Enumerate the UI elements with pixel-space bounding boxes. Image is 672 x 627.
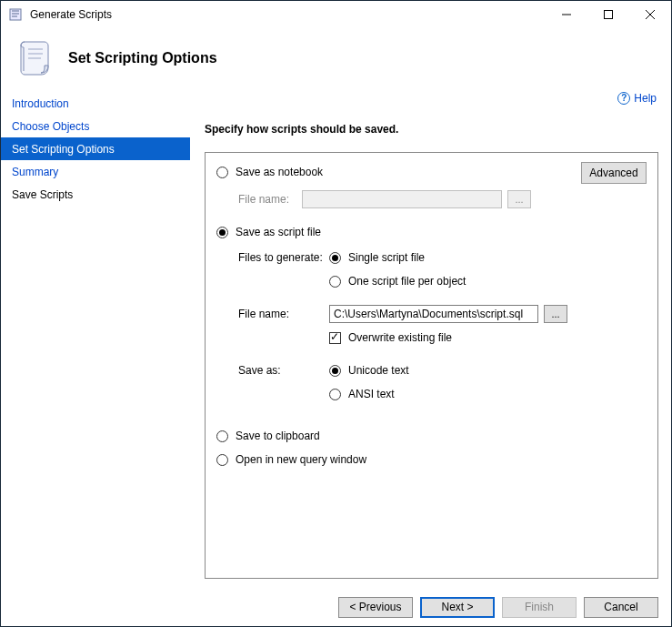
label-save-to-clipboard: Save to clipboard: [236, 430, 320, 442]
script-icon: [17, 38, 57, 78]
sidebar-item-introduction[interactable]: Introduction: [1, 92, 190, 115]
sidebar-item-save-scripts: Save Scripts: [1, 183, 190, 206]
titlebar: Generate Scripts: [1, 1, 671, 28]
radio-open-new-query[interactable]: [216, 454, 228, 466]
filename-browse-button[interactable]: ...: [544, 305, 567, 323]
radio-single-script-file[interactable]: [329, 252, 341, 264]
notebook-filename-input: [302, 190, 502, 208]
label-save-as-notebook: Save as notebook: [236, 166, 323, 178]
sidebar-item-choose-objects[interactable]: Choose Objects: [1, 115, 190, 137]
notebook-filename-label: File name:: [238, 193, 302, 206]
minimize-button[interactable]: [546, 1, 587, 28]
help-label: Help: [634, 92, 657, 105]
close-button[interactable]: [629, 1, 671, 28]
finish-button: Finish: [502, 597, 577, 618]
radio-one-per-object[interactable]: [329, 276, 341, 288]
label-unicode-text: Unicode text: [348, 364, 409, 377]
label-one-per-object: One script file per object: [348, 275, 466, 288]
filename-input[interactable]: C:\Users\Martyna\Documents\script.sql: [329, 305, 538, 323]
label-single-script-file: Single script file: [348, 251, 425, 264]
cancel-button[interactable]: Cancel: [584, 597, 658, 618]
window-controls: [546, 1, 671, 28]
radio-save-as-notebook[interactable]: [216, 167, 228, 178]
label-open-new-query: Open in new query window: [236, 453, 366, 466]
sidebar-item-label: Choose Objects: [12, 120, 89, 133]
sidebar-item-label: Summary: [12, 166, 58, 178]
radio-save-as-script-file[interactable]: [216, 227, 228, 238]
label-save-as-script-file: Save as script file: [236, 226, 321, 238]
next-button[interactable]: Next >: [420, 597, 495, 618]
sidebar-item-set-scripting-options[interactable]: Set Scripting Options: [1, 137, 190, 160]
sidebar-item-label: Save Scripts: [12, 188, 73, 201]
checkbox-overwrite[interactable]: [329, 332, 341, 344]
options-panel: Advanced Save as notebook File name: ...: [205, 152, 658, 579]
radio-ansi-text[interactable]: [329, 389, 341, 400]
footer: < Previous Next > Finish Cancel: [1, 588, 671, 626]
window-title: Generate Scripts: [30, 8, 112, 21]
content: ? Help Specify how scripts should be sav…: [190, 88, 671, 588]
help-icon: ?: [617, 92, 630, 105]
svg-rect-2: [605, 11, 613, 19]
filename-label: File name:: [238, 308, 329, 320]
label-ansi-text: ANSI text: [348, 388, 395, 400]
instruction-text: Specify how scripts should be saved.: [205, 123, 658, 136]
page-title: Set Scripting Options: [68, 50, 217, 66]
advanced-button[interactable]: Advanced: [581, 162, 647, 184]
wizard-window: Generate Scripts: [1, 1, 671, 626]
label-overwrite: Overwrite existing file: [348, 331, 452, 344]
notebook-browse-button: ...: [507, 190, 531, 208]
header: Set Scripting Options: [1, 28, 671, 88]
sidebar-item-summary[interactable]: Summary: [1, 160, 190, 183]
previous-button[interactable]: < Previous: [338, 597, 413, 618]
files-to-generate-label: Files to generate:: [238, 251, 329, 264]
saveas-label: Save as:: [238, 364, 329, 377]
maximize-button[interactable]: [587, 1, 629, 28]
app-icon: [8, 7, 23, 22]
sidebar-item-label: Introduction: [12, 97, 69, 110]
sidebar-item-label: Set Scripting Options: [12, 143, 115, 156]
help-link[interactable]: ? Help: [617, 92, 657, 105]
radio-unicode-text[interactable]: [329, 365, 341, 377]
radio-save-to-clipboard[interactable]: [216, 430, 228, 442]
sidebar: Introduction Choose Objects Set Scriptin…: [1, 88, 190, 588]
